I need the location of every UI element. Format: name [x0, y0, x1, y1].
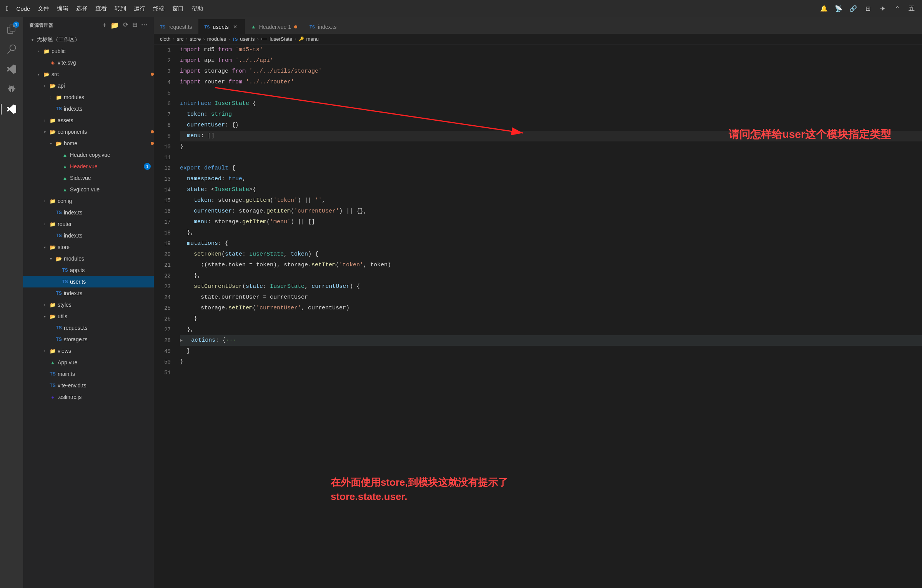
tree-label-svgicon-vue: SvgIcon.vue — [70, 186, 154, 193]
line-number: 19 — [157, 238, 171, 249]
code-token: ( — [291, 206, 294, 217]
breadcrumb-store[interactable]: store — [190, 36, 201, 42]
chevron-down-icon: ▾ — [42, 244, 48, 250]
sidebar-item-vite-svg[interactable]: ◈ vite.svg — [23, 57, 154, 68]
tab-header-vue[interactable]: ▲ Header.vue 1 — [245, 19, 303, 34]
menu-goto[interactable]: 转到 — [115, 5, 126, 12]
code-token: import — [180, 66, 201, 77]
tree-label-vite-env-ts: vite-env.d.ts — [58, 382, 154, 389]
line-number: 24 — [157, 292, 171, 303]
more-actions-icon[interactable]: ··· — [141, 21, 148, 30]
sidebar-item-components[interactable]: ▾ 📂 components — [23, 126, 154, 138]
code-line — [180, 152, 922, 163]
code-token: '' — [315, 195, 322, 206]
sidebar-item-modules-store[interactable]: ▾ 📂 modules — [23, 253, 154, 264]
menu-terminal[interactable]: 终端 — [153, 5, 165, 12]
line-number: 4 — [157, 77, 171, 88]
new-folder-icon[interactable]: 📁 — [110, 21, 119, 30]
notification-icon[interactable]: 🔔 — [820, 4, 828, 13]
sidebar-item-store[interactable]: ▾ 📂 store — [23, 241, 154, 253]
sidebar-item-index-ts-store[interactable]: TS index.ts — [23, 287, 154, 299]
code-token: getItem — [242, 217, 266, 228]
code-token: ( — [336, 260, 339, 271]
breadcrumb-iuserstate[interactable]: IuserState — [270, 36, 292, 42]
tree-label-header-vue: Header.vue — [70, 163, 142, 169]
fold-arrow-icon[interactable]: ▶ — [180, 335, 183, 346]
sidebar-item-index-ts-config[interactable]: TS index.ts — [23, 207, 154, 218]
sidebar-item-public[interactable]: › 📁 public — [23, 45, 154, 57]
sidebar-item-storage-ts[interactable]: TS storage.ts — [23, 334, 154, 345]
sidebar-item-api[interactable]: › 📂 api — [23, 80, 154, 91]
breadcrumb-modules[interactable]: modules — [207, 36, 226, 42]
breadcrumb-cloth[interactable]: cloth — [160, 36, 170, 42]
breadcrumb-menu[interactable]: menu — [306, 36, 319, 42]
activity-git[interactable] — [2, 60, 21, 78]
sidebar-item-router[interactable]: › 📁 router — [23, 218, 154, 230]
menu-select[interactable]: 选择 — [76, 5, 88, 12]
code-token: setCurrentUser — [194, 281, 242, 292]
menu-run[interactable]: 运行 — [134, 5, 145, 12]
line-number: 20 — [157, 249, 171, 260]
code-token — [180, 120, 187, 131]
sidebar-item-modules-api[interactable]: › 📁 modules — [23, 91, 154, 103]
sidebar-item-svgicon-vue[interactable]: ▲ SvgIcon.vue — [23, 184, 154, 195]
sidebar-item-assets[interactable]: › 📁 assets — [23, 115, 154, 126]
collapse-icon[interactable]: ⊟ — [132, 21, 138, 30]
control-icon[interactable]: ⌃ — [893, 4, 901, 13]
breadcrumb-user-ts[interactable]: user.ts — [240, 36, 255, 42]
sidebar-item-header-vue[interactable]: ▲ Header.vue 1 — [23, 161, 154, 172]
sidebar-item-app-ts[interactable]: TS app.ts — [23, 264, 154, 276]
send-icon[interactable]: ✈ — [878, 4, 887, 13]
sidebar-item-config[interactable]: › 📁 config — [23, 195, 154, 207]
sidebar-item-side-vue[interactable]: ▲ Side.vue — [23, 172, 154, 184]
sidebar-item-home[interactable]: ▾ 📂 home — [23, 138, 154, 149]
tab-close-user-ts[interactable]: ✕ — [232, 23, 239, 30]
activity-search[interactable] — [2, 40, 21, 58]
sidebar-item-user-ts[interactable]: TS user.ts — [23, 276, 154, 287]
menu-edit[interactable]: 编辑 — [57, 5, 68, 12]
tab-index-ts[interactable]: TS index.ts — [303, 19, 343, 34]
chevron-down-icon: ▾ — [48, 140, 54, 146]
tree-label-side-vue: Side.vue — [70, 175, 154, 181]
activity-debug[interactable] — [2, 80, 21, 98]
menu-code[interactable]: Code — [17, 5, 30, 12]
sidebar-item-utils[interactable]: ▾ 📂 utils — [23, 311, 154, 322]
new-file-icon[interactable]: + — [102, 21, 107, 30]
tab-request-ts[interactable]: TS request.ts — [154, 19, 198, 34]
breadcrumb-src[interactable]: src — [177, 36, 183, 42]
code-editor[interactable]: 1234567891011121314151617181920212223242… — [154, 45, 922, 588]
vue-icon: ▲ — [62, 151, 68, 158]
line-number: 23 — [157, 281, 171, 292]
activity-extensions[interactable] — [2, 100, 21, 118]
menu-help[interactable]: 帮助 — [191, 5, 203, 12]
sidebar-item-request-ts[interactable]: TS request.ts — [23, 322, 154, 334]
sidebar-item-main-ts[interactable]: TS main.ts — [23, 368, 154, 380]
time-icon[interactable]: 五 — [907, 4, 916, 13]
sidebar-item-vite-env-ts[interactable]: TS vite-env.d.ts — [23, 380, 154, 391]
refresh-icon[interactable]: ⟳ — [123, 21, 128, 30]
broadcast-icon[interactable]: 📡 — [834, 4, 843, 13]
apple-menu[interactable]:  — [6, 5, 9, 13]
menu-view[interactable]: 查看 — [95, 5, 107, 12]
code-token: : < — [204, 184, 215, 195]
tab-user-ts[interactable]: TS user.ts ✕ — [198, 19, 245, 34]
sidebar-item-eslintrc-js[interactable]: ● .eslintrc.js — [23, 391, 154, 403]
workspace-root[interactable]: ▾ 无标题（工作区） — [23, 34, 154, 45]
code-token: , currentUser) — [301, 303, 349, 314]
activity-explorer[interactable]: 1 — [2, 20, 21, 38]
menu-file[interactable]: 文件 — [38, 5, 49, 12]
sidebar-item-index-ts-api[interactable]: TS index.ts — [23, 103, 154, 115]
tree-label-modules-store: modules — [64, 256, 154, 262]
code-content[interactable]: import md5 from 'md5-ts'import api from … — [177, 45, 922, 588]
sidebar-item-views[interactable]: › 📁 views — [23, 345, 154, 357]
sidebar-item-src[interactable]: ▾ 📂 src — [23, 68, 154, 80]
sidebar-item-index-ts-router[interactable]: TS index.ts — [23, 230, 154, 241]
interface-breadcrumb-icon: ⟵ — [261, 37, 267, 42]
grid-icon[interactable]: ⊞ — [864, 4, 872, 13]
sidebar-item-app-vue[interactable]: ▲ App.vue — [23, 357, 154, 368]
sidebar-item-header-copy-vue[interactable]: ▲ Header copy.vue — [23, 149, 154, 161]
code-line: ;(state.token = token), storage.setItem(… — [180, 260, 922, 271]
sidebar-item-styles[interactable]: › 📁 styles — [23, 299, 154, 311]
share-icon[interactable]: 🔗 — [849, 4, 857, 13]
menu-window[interactable]: 窗口 — [172, 5, 184, 12]
